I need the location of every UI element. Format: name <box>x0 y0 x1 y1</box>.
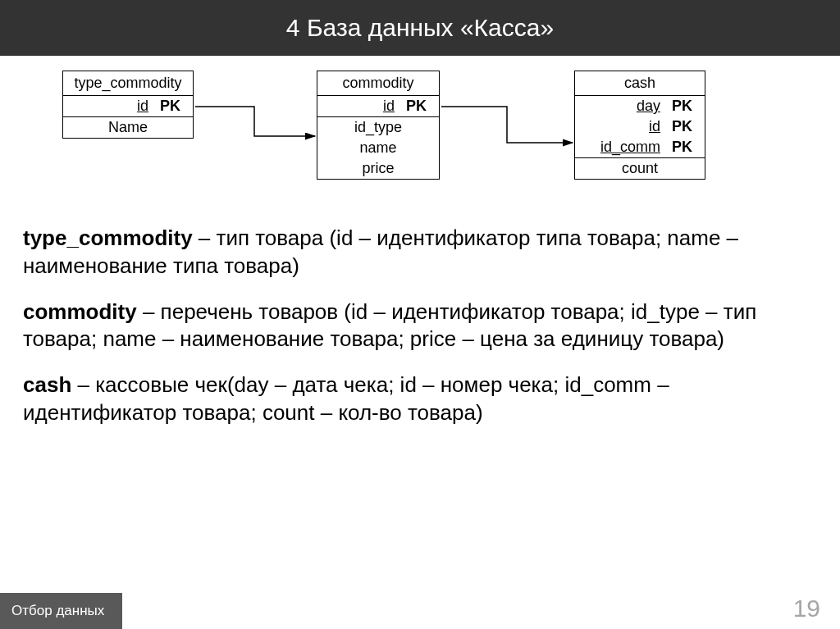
pk-field: id_comm <box>583 139 660 156</box>
attr-field: price <box>326 160 431 177</box>
attr-row: count <box>575 158 705 179</box>
pk-row: idPK <box>575 116 705 137</box>
page-number: 19 <box>793 595 820 622</box>
pk-section: id PK <box>63 96 193 117</box>
desc-cash: cash – кассовые чек(day – дата чека; id … <box>23 371 817 427</box>
attr-field: name <box>326 139 431 157</box>
term: commodity <box>23 299 137 324</box>
pk-section: dayPK idPK id_commPK <box>575 96 705 158</box>
er-diagram: type_commodity id PK Name commodity id P… <box>16 71 824 218</box>
pk-row: dayPK <box>575 96 705 116</box>
pk-field: id <box>583 118 660 135</box>
pk-row: id PK <box>63 96 193 116</box>
pk-section: id PK <box>317 96 439 117</box>
attr-field: Name <box>71 119 185 136</box>
pk-field: id <box>71 98 148 115</box>
slide-footer: Отбор данных 19 <box>0 590 840 629</box>
pk-label: PK <box>672 139 696 156</box>
attr-row: Name <box>63 117 193 138</box>
attr-section: id_type name price <box>317 117 439 179</box>
term: type_commodity <box>23 226 193 250</box>
pk-row: id_commPK <box>575 137 705 157</box>
slide-title-bar: 4 База данных «Касса» <box>0 0 840 56</box>
table-name: type_commodity <box>63 71 193 96</box>
attr-field: count <box>583 160 696 177</box>
desc-commodity: commodity – перечень товаров (id – идент… <box>23 299 817 354</box>
description-text: type_commodity – тип товара (id – иденти… <box>0 218 840 427</box>
pk-label: PK <box>160 98 185 115</box>
definition: – кассовые чек(day – дата чека; id – ном… <box>23 372 669 425</box>
table-name: commodity <box>317 71 439 96</box>
attr-section: count <box>575 158 705 179</box>
slide-title: 4 База данных «Касса» <box>286 14 554 42</box>
table-type-commodity: type_commodity id PK Name <box>62 71 194 139</box>
pk-label: PK <box>672 98 696 115</box>
pk-label: PK <box>672 118 696 135</box>
table-cash: cash dayPK idPK id_commPK count <box>574 71 705 180</box>
table-commodity: commodity id PK id_type name price <box>317 71 440 180</box>
attr-section: Name <box>63 117 193 138</box>
term: cash <box>23 372 71 397</box>
attr-row: name <box>317 138 439 158</box>
pk-field: day <box>583 98 660 115</box>
table-name: cash <box>575 71 705 96</box>
desc-type-commodity: type_commodity – тип товара (id – иденти… <box>23 225 817 280</box>
attr-field: id_type <box>326 119 431 136</box>
footer-label: Отбор данных <box>0 593 122 629</box>
attr-row: id_type <box>317 117 439 138</box>
pk-field: id <box>326 98 395 115</box>
pk-row: id PK <box>317 96 439 116</box>
attr-row: price <box>317 158 439 179</box>
pk-label: PK <box>406 98 431 115</box>
